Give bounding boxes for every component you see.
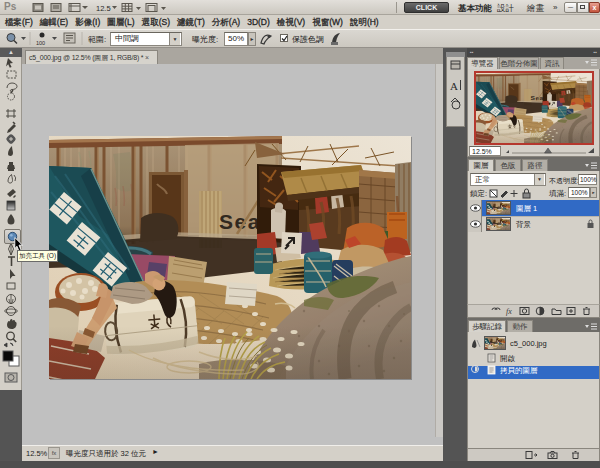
svg-text:12.5: 12.5: [96, 4, 111, 13]
svg-text:A: A: [450, 80, 458, 92]
svg-text:fx: fx: [506, 307, 512, 316]
svg-text:100: 100: [36, 40, 45, 46]
